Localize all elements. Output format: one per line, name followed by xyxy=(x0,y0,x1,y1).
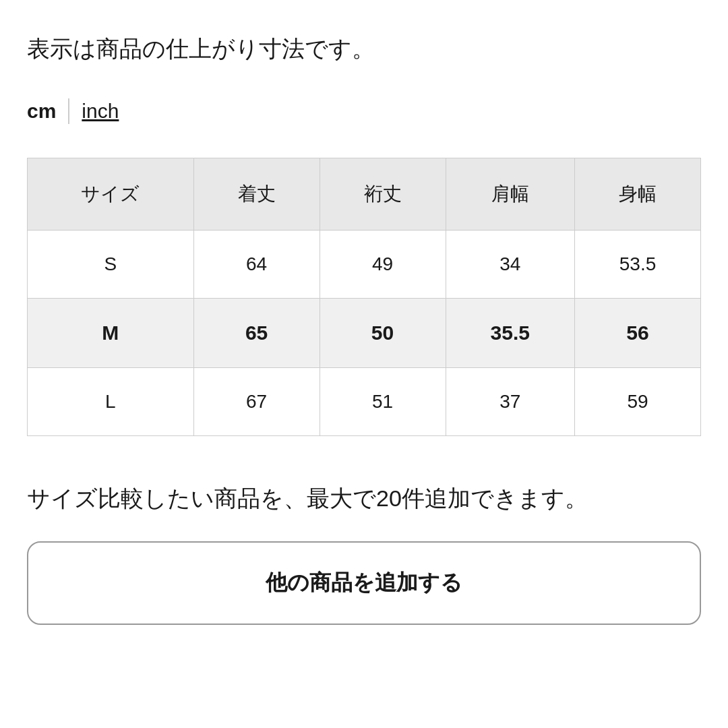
col-header-size: サイズ xyxy=(28,158,194,231)
cell-value: 56 xyxy=(575,299,701,368)
table-row: L67513759 xyxy=(28,368,701,436)
add-product-button[interactable]: 他の商品を追加する xyxy=(27,541,701,625)
cell-value: 37 xyxy=(446,368,575,436)
cell-value: 34 xyxy=(446,231,575,299)
table-row: M655035.556 xyxy=(28,299,701,368)
cell-value: 67 xyxy=(193,368,320,436)
col-header-sleeve: 裄丈 xyxy=(320,158,446,231)
unit-divider xyxy=(68,98,69,124)
col-header-shoulder: 肩幅 xyxy=(446,158,575,231)
size-table: サイズ 着丈 裄丈 肩幅 身幅 S64493453.5M655035.556L6… xyxy=(27,158,701,436)
cell-size: M xyxy=(28,299,194,368)
table-row: S64493453.5 xyxy=(28,231,701,299)
page-description: 表示は商品の仕上がり寸法です。 xyxy=(27,34,701,65)
table-header-row: サイズ 着丈 裄丈 肩幅 身幅 xyxy=(28,158,701,231)
cell-value: 53.5 xyxy=(575,231,701,299)
add-product-label: 他の商品を追加する xyxy=(266,570,462,595)
cell-size: L xyxy=(28,368,194,436)
col-header-length: 着丈 xyxy=(193,158,320,231)
cell-size: S xyxy=(28,231,194,299)
cell-value: 49 xyxy=(320,231,446,299)
cell-value: 64 xyxy=(193,231,320,299)
col-header-body: 身幅 xyxy=(575,158,701,231)
cell-value: 50 xyxy=(320,299,446,368)
unit-toggle-group: cm inch xyxy=(27,98,701,124)
cell-value: 65 xyxy=(193,299,320,368)
cell-value: 51 xyxy=(320,368,446,436)
unit-cm-button[interactable]: cm xyxy=(27,100,56,123)
compare-description: サイズ比較したい商品を、最大で20件追加できます。 xyxy=(27,483,701,514)
unit-inch-button[interactable]: inch xyxy=(82,100,119,123)
cell-value: 35.5 xyxy=(446,299,575,368)
cell-value: 59 xyxy=(575,368,701,436)
